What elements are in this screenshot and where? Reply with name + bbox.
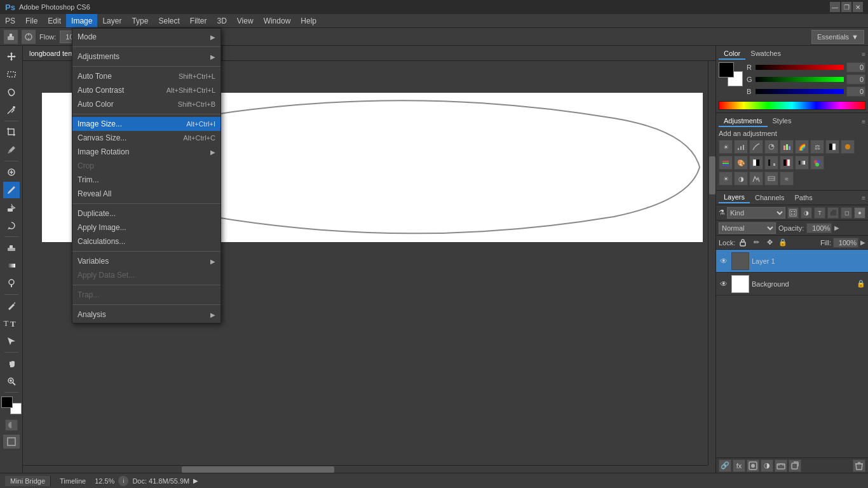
fill-input[interactable] (833, 238, 858, 248)
mini-bridge-tab[interactable]: Mini Bridge (5, 476, 51, 486)
posterize-icon[interactable] (764, 156, 778, 170)
red-channel-slider[interactable] (756, 65, 844, 70)
color-lookup-icon[interactable]: 🎨 (734, 156, 748, 170)
menu-item-reveal-all[interactable]: Reveal All (72, 187, 220, 201)
layers-panel-expand[interactable]: ≡ (862, 194, 865, 201)
new-layer-button[interactable] (789, 459, 801, 472)
filter-toggle[interactable]: ● (854, 207, 865, 219)
layer-row-background[interactable]: 👁 Background 🔒 (716, 273, 868, 295)
horizontal-scrollbar[interactable] (23, 465, 708, 473)
curves-icon[interactable] (749, 140, 763, 154)
menu-item-canvas-size[interactable]: Canvas Size... Alt+Ctrl+C (72, 131, 220, 145)
menu-item-calculations[interactable]: Calculations... (72, 234, 220, 248)
menu-item-image-rotation[interactable]: Image Rotation ▶ (72, 145, 220, 159)
menu-window[interactable]: Window (259, 14, 296, 27)
opacity-input[interactable] (806, 223, 832, 233)
zoom-info-button[interactable]: i (118, 476, 128, 486)
dodge-tool[interactable] (3, 275, 20, 292)
type-tool[interactable]: T T (3, 315, 20, 332)
lock-position[interactable]: ✥ (764, 237, 775, 248)
green-channel-input[interactable] (846, 74, 865, 85)
menu-item-duplicate[interactable]: Duplicate... (72, 207, 220, 220)
menu-edit[interactable]: Edit (43, 14, 66, 27)
clone-stamp-tool[interactable] (3, 200, 20, 216)
menu-type[interactable]: Type (126, 14, 153, 27)
history-brush-tool[interactable] (3, 217, 20, 234)
menu-item-auto-contrast[interactable]: Auto Contrast Alt+Shift+Ctrl+L (72, 83, 220, 97)
gradient-tool[interactable] (3, 257, 20, 274)
swatches-tab[interactable]: Swatches (745, 48, 786, 60)
menu-ps[interactable]: PS (0, 14, 20, 27)
delete-layer-button[interactable] (853, 459, 865, 472)
brightness-icon-2[interactable]: ☀ (719, 172, 733, 186)
match-color-icon[interactable]: ≈ (780, 172, 794, 186)
vertical-scrollbar-thumb[interactable] (709, 156, 715, 194)
styles-tab[interactable]: Styles (768, 116, 797, 127)
background-visibility[interactable]: 👁 (719, 279, 729, 289)
adjustments-expand[interactable]: ≡ (862, 118, 865, 125)
selective-color-icon[interactable] (810, 156, 824, 170)
magic-wand-tool[interactable] (3, 102, 20, 118)
move-tool[interactable] (3, 48, 20, 65)
menu-item-adjustments[interactable]: Adjustments ▶ (72, 50, 220, 64)
minimize-button[interactable]: — (830, 2, 840, 12)
color-spectrum[interactable] (719, 101, 865, 110)
marquee-tool[interactable] (3, 66, 20, 83)
doc-info-arrow[interactable]: ▶ (193, 477, 198, 484)
healing-brush-tool[interactable] (3, 164, 20, 180)
menu-item-trim[interactable]: Trim... (72, 173, 220, 187)
essentials-dropdown[interactable]: Essentials ▼ (811, 30, 864, 44)
channel-mixer-icon[interactable] (719, 156, 733, 170)
vertical-scrollbar[interactable] (708, 61, 715, 465)
filter-shape-btn[interactable]: ⬛ (827, 207, 839, 219)
add-adjustment-layer-button[interactable]: ◑ (761, 459, 773, 472)
filter-kind-select[interactable]: Kind (727, 207, 785, 219)
blue-channel-slider[interactable] (756, 89, 844, 94)
photo-filter-icon[interactable] (841, 140, 855, 154)
blue-channel-input[interactable] (846, 86, 865, 97)
path-select-tool[interactable] (3, 333, 20, 349)
desat-icon[interactable] (764, 172, 778, 186)
menu-help[interactable]: Help (295, 14, 322, 27)
threshold-icon[interactable] (780, 156, 794, 170)
crop-tool[interactable] (3, 124, 20, 140)
green-channel-slider[interactable] (756, 77, 844, 82)
menu-file[interactable]: File (20, 14, 43, 27)
color-balance-icon[interactable]: ⚖ (810, 140, 824, 154)
eraser-tool[interactable] (3, 240, 20, 256)
menu-item-image-size[interactable]: Image Size... Alt+Ctrl+I (72, 117, 220, 131)
color-fg-bg[interactable] (719, 62, 743, 86)
restore-button[interactable]: ❐ (841, 2, 851, 12)
add-mask-button[interactable] (747, 459, 759, 472)
foreground-background-colors[interactable] (1, 396, 22, 414)
layers-tab[interactable]: Layers (719, 192, 750, 203)
zoom-tool[interactable] (3, 373, 20, 390)
vibrance-icon[interactable] (780, 140, 794, 154)
add-fx-button[interactable]: fx (733, 459, 745, 472)
filter-adj-btn[interactable]: ◑ (801, 207, 812, 219)
menu-layer[interactable]: Layer (97, 14, 126, 27)
hand-tool[interactable] (3, 355, 20, 372)
filter-smart-btn[interactable]: ◻ (841, 207, 852, 219)
invert-icon[interactable] (749, 156, 763, 170)
menu-item-auto-tone[interactable]: Auto Tone Shift+Ctrl+L (72, 69, 220, 83)
color-tab[interactable]: Color (719, 48, 745, 60)
opacity-arrow[interactable]: ▶ (834, 224, 839, 231)
screen-mode-button[interactable] (3, 435, 20, 449)
black-white-icon[interactable] (825, 140, 839, 154)
gradient-map-icon[interactable] (795, 156, 809, 170)
foreground-color-swatch[interactable] (719, 62, 734, 78)
filter-pixel-btn[interactable] (787, 207, 799, 219)
add-link-button[interactable]: 🔗 (719, 459, 731, 472)
lock-image-pixels[interactable]: ✏ (750, 237, 762, 248)
menu-item-analysis[interactable]: Analysis ▶ (72, 308, 220, 322)
lock-all[interactable]: 🔒 (777, 237, 789, 248)
red-channel-input[interactable] (846, 62, 865, 72)
eyedropper-tool[interactable] (3, 142, 20, 158)
quick-mask-button[interactable] (5, 419, 18, 431)
menu-item-mode[interactable]: Mode ▶ (72, 30, 220, 44)
adjustments-tab[interactable]: Adjustments (719, 116, 768, 127)
exposure-icon[interactable] (764, 140, 778, 154)
color-panel-expand[interactable]: ≡ (862, 51, 865, 58)
shadow-highlight-icon[interactable]: ◑ (734, 172, 748, 186)
